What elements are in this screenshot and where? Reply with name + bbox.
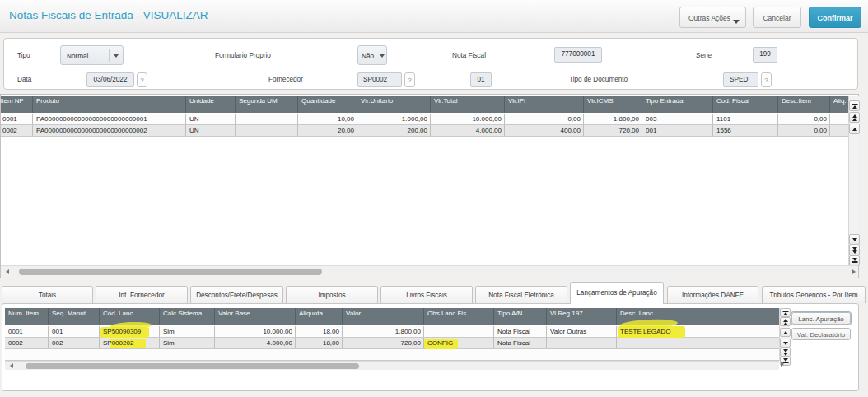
tab-livros-fiscais[interactable]: Livros Fiscais — [380, 286, 473, 303]
tab-impostos[interactable]: Impostos — [286, 286, 378, 303]
col-calc-sistema[interactable]: Calc Sistema — [160, 308, 215, 325]
scroll-down-icon[interactable] — [849, 234, 860, 245]
data-lookup-button[interactable]: ? — [137, 72, 147, 87]
items-grid-vscrollbar[interactable] — [848, 96, 859, 265]
col-tipo-an[interactable]: Tipo A/N — [494, 308, 547, 325]
col-vlr-icms[interactable]: Vlr.ICMS — [584, 96, 642, 113]
cell-vlr-unitario: 200,00 — [357, 125, 431, 136]
cell-vlr-icms: 720,00 — [584, 125, 642, 136]
cell-tipo-an: Nota Fiscal — [494, 326, 547, 337]
items-grid-row-1[interactable]: 0001 PA0000000000000000000000000001 UN 1… — [1, 114, 848, 125]
col-cod-fiscal[interactable]: Cod. Fiscal — [713, 96, 778, 113]
scroll-top-icon[interactable] — [780, 308, 791, 317]
items-grid-hscrollbar[interactable] — [1, 265, 858, 278]
cell-obs-lanc-fis: CONFIG — [424, 338, 494, 348]
cancelar-button[interactable]: Cancelar — [753, 7, 801, 28]
cell-aliquota: 18,00 — [296, 326, 343, 337]
combo-arrow-icon — [380, 54, 385, 58]
col-vl-reg-197[interactable]: Vl.Reg.197 — [547, 308, 617, 325]
tab-lancamentos-de-apuracao[interactable]: Lançamentos de Apuração — [570, 282, 664, 304]
cell-tipo-an: Nota Fiscal — [494, 338, 547, 348]
col-unidade[interactable]: Unidade — [186, 96, 236, 113]
loja-input[interactable]: 01 — [470, 72, 492, 87]
scroll-left-icon[interactable] — [10, 363, 13, 368]
col-produto[interactable]: Produto — [33, 96, 186, 113]
col-valor-base[interactable]: Valor Base — [215, 308, 296, 325]
scroll-right-icon[interactable] — [852, 269, 856, 274]
scroll-pagedown-icon[interactable] — [849, 245, 860, 255]
tab-descontos-frete-despesas[interactable]: Descontos/Frete/Despesas — [190, 286, 283, 303]
col-desc-item[interactable]: Desc.Item — [778, 96, 830, 113]
items-grid-header: Item NF Produto Unidade Segunda UM Quant… — [1, 96, 848, 113]
apuracao-grid-empty-row — [5, 349, 779, 361]
cell-vlr-ipi: 0,00 — [505, 114, 584, 124]
cell-item-nf: 0001 — [1, 114, 33, 124]
apuracao-grid-hscroll-thumb[interactable] — [26, 363, 359, 369]
tipo-combobox[interactable]: Normal — [60, 45, 124, 65]
tab-tributos-genericos-por-item[interactable]: Tributos Genéricos - Por Item — [762, 286, 866, 303]
cell-desc-item: 0,00 — [778, 114, 830, 124]
col-quantidade[interactable]: Quantidade — [298, 96, 357, 113]
col-vlr-total[interactable]: Vlr.Total — [431, 96, 505, 113]
tab-totais[interactable]: Totais — [2, 286, 93, 303]
scroll-left-icon[interactable] — [6, 269, 9, 274]
combo-arrow-icon — [114, 54, 119, 58]
outras-acoes-button[interactable]: Outras Ações — [679, 7, 746, 28]
data-input[interactable]: 03/06/2022 — [86, 72, 134, 87]
formulario-proprio-combobox[interactable]: Não — [357, 45, 387, 65]
cell-unidade: UN — [186, 125, 236, 136]
scroll-pageup-icon[interactable] — [849, 112, 860, 123]
cell-quantidade: 10,00 — [298, 114, 357, 124]
items-grid-hscroll-thumb[interactable] — [19, 269, 322, 275]
col-num-item[interactable]: Num. Item — [5, 308, 49, 325]
cell-calc-sistema: Sim — [160, 326, 215, 337]
lanc-apuracao-button[interactable]: Lanc. Apuração — [791, 312, 851, 325]
cell-unidade: UN — [186, 114, 236, 124]
col-vlr-unitario[interactable]: Vlr.Unitario — [357, 96, 431, 113]
scroll-pagedown-icon[interactable] — [780, 348, 791, 357]
col-valor[interactable]: Valor — [343, 308, 424, 325]
scroll-pageup-icon[interactable] — [780, 317, 791, 326]
scroll-top-icon[interactable] — [849, 100, 860, 111]
cell-valor-base: 4.000,00 — [215, 338, 296, 348]
tab-nota-fiscal-eletronica[interactable]: Nota Fiscal Eletrônica — [475, 286, 567, 303]
formulario-proprio-label: Formulario Proprio — [215, 52, 271, 59]
apuracao-grid-vscrollbar[interactable] — [779, 308, 790, 361]
scroll-up-icon[interactable] — [780, 328, 791, 337]
cell-segunda-um — [236, 114, 298, 124]
col-segunda-um[interactable]: Segunda UM — [236, 96, 298, 113]
title-bar: Notas Fiscais de Entrada - VISUALIZAR Ou… — [0, 0, 868, 33]
apuracao-grid-hscrollbar[interactable] — [5, 361, 779, 370]
cell-seq-manut: 002 — [49, 338, 100, 348]
scroll-up-icon[interactable] — [849, 124, 860, 134]
serie-input[interactable]: 199 — [753, 47, 777, 63]
tipo-documento-input[interactable]: SPED — [723, 72, 758, 87]
col-vlr-ipi[interactable]: Vlr.IPI — [505, 96, 584, 113]
tab-inf-fornecedor[interactable]: Inf. Fornecedor — [96, 286, 188, 303]
nota-fiscal-input[interactable]: 777000001 — [554, 47, 602, 63]
tab-informacoes-danfe[interactable]: Informações DANFE — [667, 286, 758, 303]
cell-vl-reg-197: Valor Outras — [547, 326, 617, 337]
apuracao-grid-row-2[interactable]: 0002 002 SP000202 Sim 4.000,00 18,00 720… — [5, 338, 779, 349]
col-seq-manut[interactable]: Seq. Manut. — [49, 308, 100, 325]
col-aliquota[interactable]: Aliquota — [296, 308, 343, 325]
cancelar-label: Cancelar — [754, 14, 800, 22]
cell-desc-item: 0,00 — [778, 125, 830, 136]
fornecedor-lookup-button[interactable]: ? — [404, 72, 415, 87]
items-grid-row-2[interactable]: 0002 PA0000000000000000000000000002 UN 2… — [1, 125, 848, 137]
cell-produto: PA0000000000000000000000000001 — [33, 114, 186, 124]
formulario-proprio-value: Não — [362, 53, 374, 60]
outras-acoes-label: Outras Ações — [688, 14, 730, 22]
val-declaratorio-button[interactable]: Val. Declaratório — [791, 328, 851, 340]
col-tipo-entrada[interactable]: Tipo Entrada — [642, 96, 713, 113]
tipo-documento-lookup-button[interactable]: ? — [761, 72, 772, 87]
col-aliq[interactable]: Aliq. I — [830, 96, 848, 113]
cell-seq-manut: 001 — [49, 326, 100, 337]
scroll-right-icon[interactable] — [781, 362, 784, 367]
cell-segunda-um — [236, 125, 298, 136]
fornecedor-input[interactable]: SP0002 — [357, 72, 402, 87]
col-obs-lanc-fis[interactable]: Obs.Lanc.Fis — [424, 308, 494, 325]
confirmar-button[interactable]: Confirmar — [809, 7, 861, 28]
col-item-nf[interactable]: Item NF — [0, 96, 33, 113]
scroll-down-icon[interactable] — [780, 339, 791, 348]
